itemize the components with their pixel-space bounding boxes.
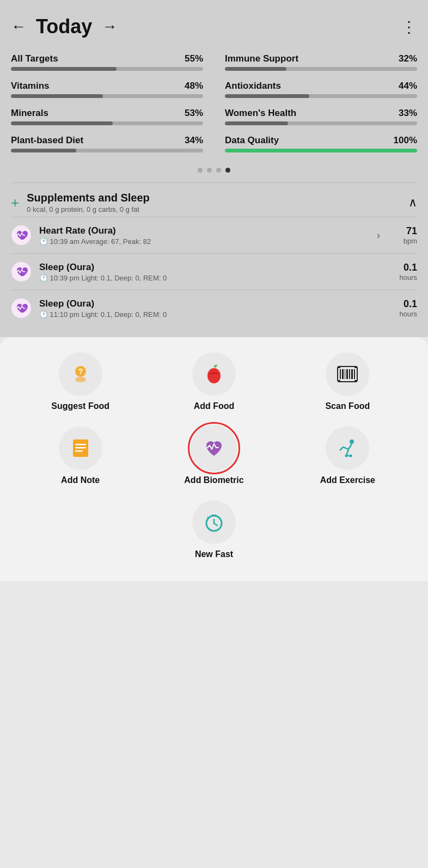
stat-bar-bg <box>225 94 417 98</box>
stat-item: Women's Health 33% <box>225 108 417 125</box>
list-item-value-main: 71 <box>391 225 417 237</box>
stat-bar-fill <box>225 67 286 71</box>
stat-bar-bg <box>225 121 417 125</box>
page-dot <box>207 168 212 173</box>
stat-bar-fill <box>225 94 309 98</box>
svg-rect-15 <box>338 366 340 368</box>
svg-line-24 <box>348 444 352 449</box>
stat-value: 34% <box>185 135 203 146</box>
list-item[interactable]: Sleep (Oura) 🕐 11:10 pm Light: 0.1, Deep… <box>11 290 417 326</box>
stat-item: Immune Support 32% <box>225 53 417 71</box>
add-food-button[interactable]: Add Food <box>150 352 278 411</box>
svg-rect-20 <box>75 444 86 445</box>
page-dot <box>216 168 221 173</box>
list-item-subtitle: 🕐 10:39 am Average: 67, Peak: 82 <box>39 237 369 246</box>
add-food-label: Add Food <box>194 401 235 411</box>
new-fast-icon <box>192 500 236 544</box>
stat-label: Minerals <box>11 108 48 119</box>
stat-value: 44% <box>399 81 417 91</box>
list-item-value-unit: hours <box>391 310 417 318</box>
list-item-value-unit: bpm <box>391 237 417 245</box>
heart-rate-icon <box>11 298 32 319</box>
stat-bar-bg <box>11 149 203 152</box>
add-exercise-button[interactable]: Add Exercise <box>284 426 412 485</box>
stat-item: Vitamins 48% <box>11 81 203 98</box>
list-item-title: Sleep (Oura) <box>39 298 383 309</box>
header: ← Today → ⋮ <box>11 0 417 48</box>
svg-point-30 <box>350 455 352 457</box>
list-item-value: 0.1 hours <box>391 262 417 282</box>
svg-rect-9 <box>342 369 344 379</box>
new-fast-button[interactable]: New Fast <box>16 500 412 559</box>
stat-label: Plant-based Diet <box>11 135 83 146</box>
section-add-button[interactable]: + <box>11 194 19 211</box>
list-item-chevron-icon: › <box>377 230 380 241</box>
svg-rect-11 <box>346 369 348 379</box>
stat-label: Immune Support <box>225 53 298 64</box>
section-collapse-button[interactable]: ∧ <box>408 195 417 210</box>
list-item[interactable]: Sleep (Oura) 🕐 10:39 pm Light: 0.1, Deep… <box>11 254 417 290</box>
section-title: Supplements and Sleep <box>27 192 150 204</box>
stat-bar-fill <box>225 149 417 152</box>
add-biometric-icon <box>192 426 236 470</box>
list-item-value: 71 bpm <box>391 225 417 245</box>
scan-food-label: Scan Food <box>325 401 370 411</box>
list-item[interactable]: Heart Rate (Oura) 🕐 10:39 am Average: 67… <box>11 217 417 253</box>
list-item-value-main: 0.1 <box>391 298 417 310</box>
list-item-body: Sleep (Oura) 🕐 11:10 pm Light: 0.1, Deep… <box>39 298 383 319</box>
svg-point-5 <box>75 377 86 382</box>
stat-bar-bg <box>11 67 203 71</box>
svg-rect-17 <box>354 366 357 368</box>
page-dots <box>11 168 417 173</box>
svg-rect-14 <box>354 369 355 379</box>
stat-bar-fill <box>225 121 288 125</box>
list-item-value-main: 0.1 <box>391 262 417 273</box>
svg-rect-16 <box>338 380 340 382</box>
list-item-body: Sleep (Oura) 🕐 10:39 pm Light: 0.1, Deep… <box>39 262 383 282</box>
heart-rate-icon <box>11 225 32 246</box>
stat-bar-fill <box>11 94 103 98</box>
action-grid-row2: Add Note Add Biometric Add Exercise <box>16 426 412 485</box>
list-item-subtitle: 🕐 11:10 pm Light: 0.1, Deep: 0, REM: 0 <box>39 310 383 319</box>
svg-point-29 <box>345 455 348 457</box>
add-biometric-button[interactable]: Add Biometric <box>150 426 278 485</box>
stat-bar-fill <box>11 67 117 71</box>
add-note-label: Add Note <box>61 475 100 485</box>
action-grid-row1: ? Suggest Food Add Food <box>16 352 412 411</box>
stat-bar-bg <box>225 67 417 71</box>
svg-rect-18 <box>354 380 357 382</box>
section-header: + Supplements and Sleep 0 kcal, 0 g prot… <box>11 183 417 217</box>
prev-button[interactable]: ← <box>11 18 26 35</box>
suggest-food-button[interactable]: ? Suggest Food <box>16 352 144 411</box>
list-item-subtitle: 🕐 10:39 pm Light: 0.1, Deep: 0, REM: 0 <box>39 274 383 282</box>
stat-value: 32% <box>399 53 417 64</box>
more-button[interactable]: ⋮ <box>401 18 417 36</box>
svg-rect-21 <box>75 447 86 449</box>
scan-food-button[interactable]: Scan Food <box>284 352 412 411</box>
section-subtitle: 0 kcal, 0 g protein, 0 g carbs, 0 g fat <box>27 205 150 213</box>
svg-rect-8 <box>340 369 341 379</box>
add-note-icon <box>59 426 102 470</box>
add-note-button[interactable]: Add Note <box>16 426 144 485</box>
stat-item: Data Quality 100% <box>225 135 417 152</box>
stat-label: Women's Health <box>225 108 296 119</box>
scan-food-icon <box>326 352 369 396</box>
add-exercise-icon <box>326 426 369 470</box>
svg-line-28 <box>340 447 343 450</box>
next-button[interactable]: → <box>102 18 117 35</box>
list-item-value-unit: hours <box>391 273 417 282</box>
stat-item: Plant-based Diet 34% <box>11 135 203 152</box>
list-item-title: Sleep (Oura) <box>39 262 383 273</box>
page-dot <box>225 168 230 173</box>
stat-label: Vitamins <box>11 81 50 91</box>
stat-bar-fill <box>11 149 76 152</box>
list-item-title: Heart Rate (Oura) <box>39 225 369 236</box>
stats-grid: All Targets 55% Immune Support 32% Vitam… <box>11 48 417 162</box>
svg-line-33 <box>214 523 217 525</box>
svg-rect-10 <box>345 369 345 379</box>
add-biometric-label: Add Biometric <box>184 475 243 485</box>
stat-value: 100% <box>394 135 417 146</box>
svg-rect-34 <box>211 515 217 516</box>
stat-bar-bg <box>225 149 417 152</box>
page-dot <box>198 168 203 173</box>
